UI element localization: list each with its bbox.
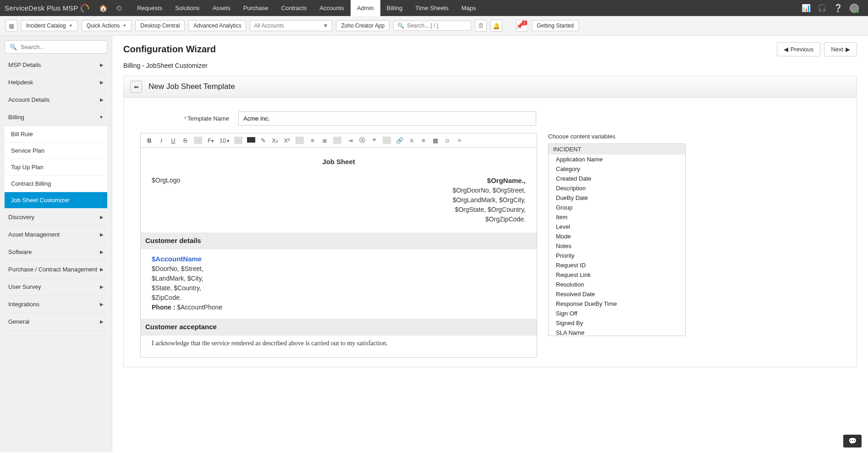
chat-fab[interactable]: 💬 [843, 435, 862, 447]
template-name-input[interactable] [238, 111, 536, 126]
help-icon[interactable]: ❔ [834, 4, 843, 12]
nav-item-solutions[interactable]: Solutions [169, 0, 206, 16]
superscript-icon[interactable]: X² [283, 137, 291, 144]
italic-icon[interactable]: I [157, 137, 165, 144]
incident-catalog-dropdown[interactable]: Incident Catalog▼ [21, 20, 78, 31]
sidebar-section-integrations[interactable]: Integrations▶ [5, 296, 107, 313]
variables-list[interactable]: INCIDENT Application NameCategoryCreated… [548, 144, 686, 336]
home-icon[interactable]: 🏠 [99, 4, 108, 12]
highlight-icon[interactable]: ✎ [259, 137, 267, 144]
panel-header: ⬅ New Job Sheet Template [124, 76, 857, 98]
subscript-icon[interactable]: X₂ [271, 137, 279, 144]
variable-item[interactable]: Created Date [549, 174, 685, 183]
indent-icon[interactable]: ⇥ [346, 137, 354, 144]
nav-item-billing[interactable]: Billing [380, 0, 409, 16]
variable-item[interactable]: Group [549, 203, 685, 212]
font-family-icon[interactable]: F▾ [207, 137, 215, 144]
sidebar-section-purchase-contract-management[interactable]: Purchase / Contract Management▶ [5, 261, 107, 278]
sidebar-section-general[interactable]: General▶ [5, 313, 107, 331]
zoho-creator-label: Zoho Creator App [341, 22, 385, 29]
editor-body[interactable]: Job Sheet $OrgLogo $OrgName., $OrgDoorNo… [141, 148, 537, 357]
search-input[interactable] [407, 22, 462, 29]
advanced-analytics-button[interactable]: Advanced Analytics [188, 20, 246, 31]
headset-icon[interactable]: 🎧 [818, 4, 827, 12]
variable-item[interactable]: Notes [549, 241, 685, 251]
next-button[interactable]: Next▶ [824, 42, 857, 56]
strike-icon[interactable]: S [181, 137, 189, 144]
avatar[interactable] [850, 4, 859, 13]
global-search[interactable]: 🔍 [393, 21, 471, 31]
nav-item-maps[interactable]: Maps [455, 0, 483, 16]
sidebar-section-discovery[interactable]: Discovery▶ [5, 209, 107, 226]
variable-item[interactable]: Request Link [549, 270, 685, 280]
font-size-select[interactable]: 10▾ [219, 137, 230, 144]
bold-icon[interactable]: B [145, 137, 154, 144]
nav-item-assets[interactable]: Assets [206, 0, 237, 16]
emoji-icon[interactable]: ☺ [443, 137, 451, 144]
code-icon[interactable]: ✧ [455, 137, 463, 144]
sidebar-section-billing[interactable]: Billing ▼ [5, 109, 107, 126]
list-icon[interactable]: ≣ [320, 137, 329, 144]
sidebar-item-job-sheet-customizer[interactable]: Job Sheet Customizer [5, 192, 107, 209]
sidebar-search-input[interactable] [21, 44, 102, 50]
previous-button[interactable]: ◀Previous [777, 42, 821, 56]
dashboard-icon[interactable]: ⏲ [116, 4, 123, 12]
nav-item-requests[interactable]: Requests [131, 0, 169, 16]
recent-icon[interactable]: 🗓 [475, 20, 487, 32]
variable-item[interactable]: Response DueBy Time [549, 299, 685, 309]
caret-icon: ▼ [122, 23, 126, 28]
font-color-icon[interactable] [247, 137, 255, 144]
sidebar-section-helpdesk[interactable]: Helpdesk▶ [5, 74, 107, 91]
link-icon[interactable]: 🔗 [396, 137, 404, 144]
sidebar-search[interactable]: 🔍 [5, 40, 107, 54]
unlink-icon[interactable]: ⤫ [407, 137, 416, 144]
variable-item[interactable]: Request ID [549, 260, 685, 270]
variable-item[interactable]: Sign Off [549, 309, 685, 318]
chart-icon[interactable]: 📊 [802, 4, 811, 12]
sidebar-item-service-plan[interactable]: Service Plan [5, 143, 107, 159]
nav-item-contracts[interactable]: Contracts [275, 0, 313, 16]
variable-item[interactable]: Application Name [549, 155, 685, 164]
sidebar-section-software[interactable]: Software▶ [5, 243, 107, 261]
sidebar-section-msp-details[interactable]: MSP Details▶ [5, 56, 107, 74]
variable-item[interactable]: Category [549, 164, 685, 174]
sidebar-item-bill-rule[interactable]: Bill Rule [5, 126, 107, 143]
underline-icon[interactable]: U [169, 137, 177, 144]
variable-item[interactable]: Resolved Date [549, 289, 685, 299]
variable-item[interactable]: DueBy Date [549, 193, 685, 203]
variable-item[interactable]: Level [549, 222, 685, 232]
sidebar-section-account-details[interactable]: Account Details▶ [5, 91, 107, 109]
quote-icon[interactable]: ❝ [370, 137, 378, 144]
variable-item[interactable]: Signed By [549, 318, 685, 328]
bell-icon[interactable]: 🔔 [490, 20, 502, 32]
hr-icon[interactable]: ≡ [419, 137, 428, 144]
nav-item-time-sheets[interactable]: Time Sheets [409, 0, 455, 16]
chevron-down-icon: ▼ [99, 115, 104, 120]
sidebar-item-contract-billing[interactable]: Contract Billing [5, 176, 107, 192]
accounts-select[interactable]: All Accounts▼ [250, 20, 332, 31]
variable-item[interactable]: Item [549, 212, 685, 222]
variable-item[interactable]: Mode [549, 232, 685, 241]
nav-item-purchase[interactable]: Purchase [237, 0, 275, 16]
sidebar-section-user-survey[interactable]: User Survey▶ [5, 278, 107, 296]
pin-icon[interactable]: 📌1 [516, 20, 528, 32]
align-icon[interactable]: ≡ [308, 137, 317, 144]
nav-item-admin[interactable]: Admin [351, 0, 380, 16]
sidebar-section-asset-management[interactable]: Asset Management▶ [5, 226, 107, 243]
desktop-central-button[interactable]: Desktop Central [135, 20, 185, 31]
quick-actions-dropdown[interactable]: Quick Actions▼ [82, 20, 132, 31]
app-launcher-icon[interactable]: ▦ [5, 20, 17, 32]
variable-item[interactable]: SLA Name [549, 328, 685, 336]
variable-item[interactable]: Priority [549, 251, 685, 260]
variable-item[interactable]: Description [549, 183, 685, 193]
caret-icon: ▼ [69, 23, 73, 28]
page-body: 🔍 MSP Details▶Helpdesk▶Account Details▶ … [0, 36, 868, 452]
back-button[interactable]: ⬅ [130, 81, 142, 93]
zoho-creator-button[interactable]: Zoho Creator App [336, 20, 390, 31]
table-icon[interactable]: ▦ [431, 137, 439, 144]
nav-item-accounts[interactable]: Accounts [313, 0, 350, 16]
variable-item[interactable]: Resolution [549, 280, 685, 289]
getting-started-button[interactable]: Getting Started [532, 20, 579, 31]
clear-format-icon[interactable]: Ⓐ [358, 136, 366, 144]
sidebar-item-top-up-plan[interactable]: Top Up Plan [5, 159, 107, 176]
